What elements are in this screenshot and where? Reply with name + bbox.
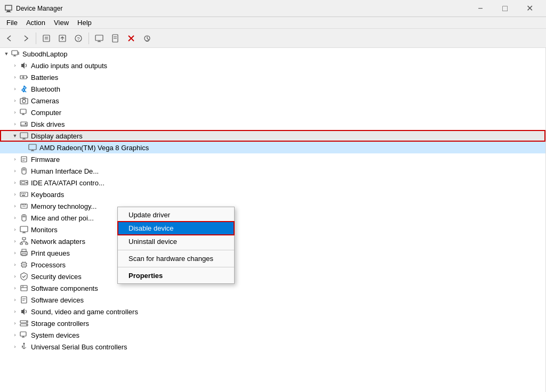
expand-system[interactable]: › [11,331,19,339]
expand-arrow-root[interactable]: ▼ [2,50,11,58]
menu-help[interactable]: Help [73,18,96,28]
context-menu-disable[interactable]: Disable device [118,222,234,235]
tree-item-storage[interactable]: › Storage controllers [0,317,545,329]
svg-marker-94 [21,308,25,315]
update-driver-button[interactable] [55,31,70,46]
forward-button[interactable] [18,31,33,46]
context-menu-scan[interactable]: Scan for hardware changes [118,252,234,265]
tree-item-network[interactable]: › Network adapters [0,235,545,247]
expand-usb[interactable]: › [11,342,19,351]
expand-softdev[interactable]: › [11,296,19,304]
expand-security[interactable]: › [11,272,19,281]
tree-item-processors[interactable]: › Processors [0,259,545,271]
tree-item-monitors[interactable]: › Monitors [0,224,545,235]
back-button[interactable] [2,31,17,46]
tree-item-bluetooth[interactable]: › Bluetooth [0,83,545,95]
tree-item-system[interactable]: › System devices [0,329,545,341]
tree-item-firmware[interactable]: › Firmware [0,153,545,165]
expand-audio[interactable]: › [11,61,19,70]
close-button[interactable]: ✕ [517,0,542,17]
svg-rect-37 [20,133,28,138]
tree-item-audio[interactable]: › Audio inputs and outputs [0,60,545,71]
svg-rect-53 [21,193,22,194]
expand-softcomp[interactable]: › [11,284,19,292]
monitors-label: Monitors [31,226,58,234]
context-menu-separator [118,250,234,250]
tree-item-sound[interactable]: › Sound, video and game controllers [0,306,545,317]
remove-button[interactable] [124,31,139,46]
expand-monitors[interactable]: › [11,225,19,234]
expand-keyboards[interactable]: › [11,190,19,199]
expand-batteries[interactable]: › [11,73,19,81]
tree-item-mice[interactable]: › Mice and other poi... [0,212,545,224]
svg-rect-51 [21,182,25,184]
svg-rect-70 [26,243,28,244]
driver-button[interactable] [108,31,123,46]
softdev-label: Software devices [31,296,84,304]
svg-rect-0 [5,5,12,10]
expand-display[interactable]: ▼ [11,132,19,140]
system-label: System devices [31,331,79,339]
battery-icon [19,72,29,82]
expand-processors[interactable]: › [11,260,19,269]
usb-icon [19,342,29,352]
minimize-button[interactable]: − [468,0,493,17]
tree-item-ide[interactable]: › IDE ATA/ATAPI contro... [0,177,545,189]
svg-rect-2 [6,12,11,12]
context-menu-update[interactable]: Update driver [118,208,234,222]
context-menu-properties[interactable]: Properties [118,269,234,282]
context-menu-uninstall[interactable]: Uninstall device [118,235,234,248]
tree-item-keyboards[interactable]: › Keyboards [0,189,545,200]
computer-label: Computer [31,109,61,117]
cameras-label: Cameras [31,97,59,105]
expand-cameras[interactable]: › [11,96,19,105]
expand-mice[interactable]: › [11,214,19,222]
svg-rect-91 [21,297,27,303]
root-item[interactable]: ▼ SubodhLaptop [0,48,545,60]
expand-ide[interactable]: › [11,178,19,187]
expand-computer[interactable]: › [11,108,19,117]
tree-item-usb[interactable]: › Universal Serial Bus controllers [0,341,545,353]
expand-memory[interactable]: › [11,202,19,210]
expand-sound[interactable]: › [11,307,19,316]
device-tree[interactable]: ▼ SubodhLaptop › Audio inputs and ou [0,48,546,392]
maximize-button[interactable]: □ [493,0,517,17]
window-controls: − □ ✕ [468,0,542,17]
tree-item-security[interactable]: › Security devices [0,271,545,282]
svg-rect-56 [22,195,25,196]
tree-item-softcomp[interactable]: › Software components [0,282,545,294]
firmware-icon [19,154,29,164]
monitors-icon [19,225,29,234]
expand-firmware[interactable]: › [11,155,19,164]
menu-file[interactable]: File [2,18,22,28]
ide-icon [19,178,29,187]
scan-button[interactable] [140,31,155,46]
tree-item-display[interactable]: ▼ Display adapters [0,130,545,142]
tree-item-disk[interactable]: › Disk drives [0,118,545,130]
tree-item-softdev[interactable]: › Software devices [0,294,545,306]
tree-item-batteries[interactable]: › Batteries [0,71,545,83]
display-label: Display adapters [31,132,83,140]
tree-item-hid[interactable]: › Human Interface De... [0,165,545,177]
expand-storage[interactable]: › [11,319,19,328]
svg-rect-34 [21,122,27,126]
tree-item-computer[interactable]: › Computer [0,107,545,118]
tree-item-print[interactable]: › Print queues [0,247,545,259]
expand-print[interactable]: › [11,249,19,257]
display-button[interactable] [92,31,107,46]
svg-point-29 [22,100,26,103]
tree-item-memory[interactable]: › Memory technology... [0,200,545,212]
menu-view[interactable]: View [50,18,73,28]
tree-item-amd[interactable]: AMD Radeon(TM) Vega 8 Graphics [0,142,545,153]
expand-bluetooth[interactable]: › [11,85,19,93]
properties-button[interactable] [39,31,54,46]
separator-2 [89,32,89,44]
expand-disk[interactable]: › [11,120,19,128]
menu-action[interactable]: Action [22,18,50,28]
svg-rect-52 [20,192,28,197]
expand-hid[interactable]: › [11,167,19,175]
tree-item-cameras[interactable]: › Cameras [0,95,545,107]
help-button[interactable]: ? [71,31,86,46]
hid-icon [19,166,29,176]
expand-network[interactable]: › [11,237,19,246]
